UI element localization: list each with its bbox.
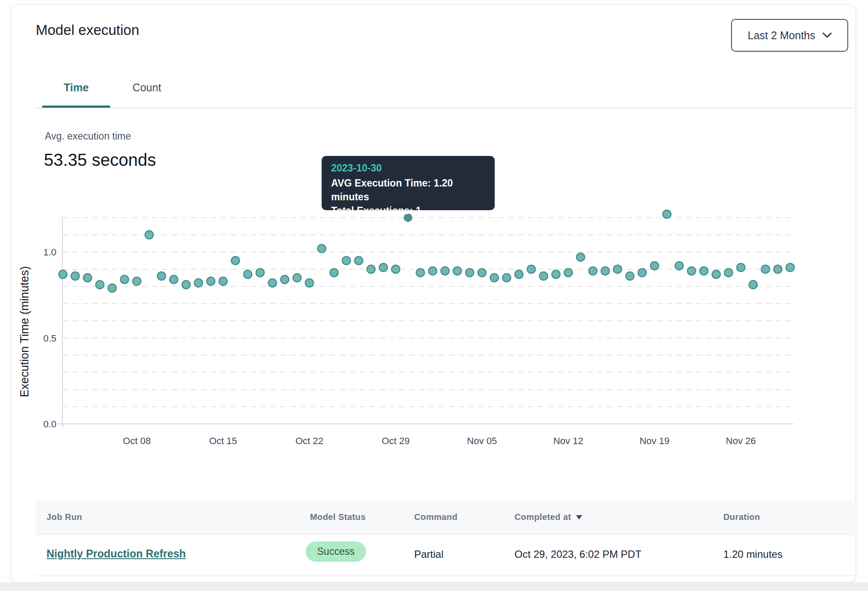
data-point[interactable] — [108, 284, 116, 292]
data-point[interactable] — [774, 265, 782, 273]
x-tick-label: Nov 19 — [639, 435, 670, 446]
data-point[interactable] — [182, 280, 190, 289]
data-point[interactable] — [330, 268, 338, 277]
data-point[interactable] — [589, 267, 597, 275]
execution-time-scatter-chart[interactable]: 0.00.51.0Execution Time (minutes)Oct 08O… — [0, 0, 868, 591]
data-point[interactable] — [121, 275, 129, 283]
y-tick-label: 0.0 — [43, 419, 56, 429]
data-point[interactable] — [515, 270, 523, 278]
x-tick-label: Oct 15 — [209, 435, 237, 446]
data-point[interactable] — [675, 261, 683, 270]
data-point[interactable] — [441, 267, 449, 275]
data-point[interactable] — [737, 263, 745, 271]
data-point[interactable] — [749, 280, 757, 289]
data-point[interactable] — [527, 265, 535, 273]
data-point[interactable] — [614, 265, 622, 273]
data-point[interactable] — [761, 265, 769, 273]
y-tick-label: 1.0 — [43, 247, 56, 258]
x-tick-label: Nov 26 — [726, 435, 756, 446]
data-point[interactable] — [392, 265, 400, 273]
chart-tooltip: 2023-10-30 AVG Execution Time: 1.20 minu… — [322, 156, 495, 210]
x-tick-label: Oct 29 — [382, 435, 410, 446]
data-point[interactable] — [318, 245, 326, 253]
data-point[interactable] — [207, 277, 215, 285]
data-point[interactable] — [539, 272, 548, 280]
data-point[interactable] — [71, 272, 79, 280]
tooltip-total-executions: Total Executions: 1 — [331, 204, 485, 218]
data-point[interactable] — [638, 268, 646, 277]
data-point[interactable] — [145, 231, 153, 239]
data-point[interactable] — [133, 277, 141, 285]
data-point[interactable] — [244, 270, 252, 278]
data-point[interactable] — [342, 256, 350, 264]
data-point[interactable] — [626, 272, 634, 280]
y-tick-label: 0.5 — [43, 333, 56, 344]
tooltip-date: 2023-10-30 — [331, 162, 485, 174]
data-point[interactable] — [355, 256, 363, 264]
data-point[interactable] — [663, 210, 671, 218]
data-point[interactable] — [651, 261, 659, 270]
data-point[interactable] — [725, 268, 733, 277]
data-point[interactable] — [170, 275, 178, 283]
x-tick-label: Nov 05 — [467, 435, 497, 446]
data-point[interactable] — [478, 268, 486, 277]
data-point[interactable] — [96, 280, 104, 289]
data-point[interactable] — [293, 274, 301, 282]
data-point[interactable] — [428, 267, 437, 275]
data-point[interactable] — [379, 263, 388, 271]
data-point[interactable] — [490, 274, 499, 282]
x-tick-label: Nov 12 — [553, 435, 583, 446]
data-point[interactable] — [268, 279, 276, 287]
data-point[interactable] — [59, 270, 67, 278]
data-point[interactable] — [564, 268, 572, 277]
model-execution-dashboard: Model execution Last 2 Months Time Count… — [0, 0, 868, 591]
data-point[interactable] — [453, 267, 462, 275]
data-point[interactable] — [502, 274, 511, 282]
data-point[interactable] — [219, 277, 227, 285]
data-point[interactable] — [786, 263, 794, 271]
data-point[interactable] — [158, 272, 166, 280]
data-point[interactable] — [256, 268, 264, 277]
page-background-strip — [0, 582, 868, 591]
data-point[interactable] — [367, 265, 375, 273]
x-tick-label: Oct 08 — [123, 435, 151, 446]
data-point[interactable] — [577, 253, 585, 261]
data-point[interactable] — [194, 279, 202, 287]
y-axis-title: Execution Time (minutes) — [18, 266, 31, 398]
data-point[interactable] — [281, 275, 289, 283]
data-point[interactable] — [552, 270, 560, 278]
data-point[interactable] — [416, 268, 425, 277]
data-point[interactable] — [700, 267, 708, 275]
tooltip-avg-time: AVG Execution Time: 1.20 minutes — [331, 176, 485, 204]
data-point[interactable] — [84, 274, 92, 282]
data-point[interactable] — [305, 279, 313, 287]
data-point[interactable] — [712, 270, 720, 278]
data-point[interactable] — [465, 268, 474, 277]
x-tick-label: Oct 22 — [295, 435, 323, 446]
data-point[interactable] — [601, 267, 609, 275]
data-point[interactable] — [688, 267, 696, 275]
data-point[interactable] — [231, 256, 239, 264]
